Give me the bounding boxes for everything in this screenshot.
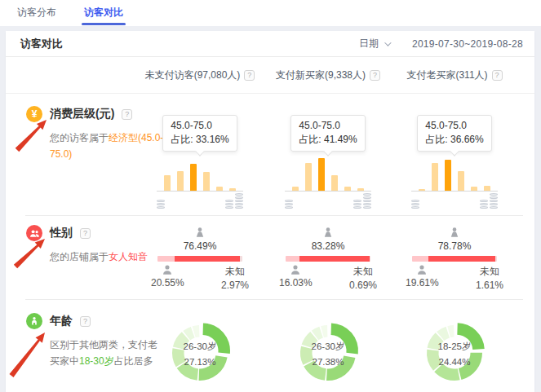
gender-ratio-bar[interactable] [286,256,370,262]
bar[interactable] [458,171,464,191]
help-icon[interactable]: ? [80,316,91,327]
bar[interactable] [203,172,210,191]
gender-ratio-bar[interactable] [157,256,242,262]
male-icon [151,265,184,276]
male-segment [157,256,175,262]
age-donut[interactable]: 26-30岁27.38% [291,316,365,390]
axis-baseline [285,191,371,192]
bar[interactable] [177,171,184,191]
coin-stack-icon [490,193,498,209]
bar[interactable] [432,163,438,191]
bar[interactable] [229,188,236,191]
coin-icon [363,200,371,202]
female-percentage: 76.49% [150,240,250,252]
coin-icon [235,193,243,196]
column-header-label: 支付新买家(9,338人) [276,68,366,82]
coin-icon [225,206,233,209]
gender-bottom-labels: 16.03%未知0.69% [279,265,377,293]
bar[interactable] [190,164,197,191]
tooltip-ratio: 占比: 36.66% [425,133,483,147]
gender-label-block: 性别 ? 您的店铺属于女人知音 [6,215,136,299]
row-divider [25,215,523,216]
donut-chart: 18-25岁24.44% [418,299,491,392]
date-dropdown-label: 日期 [359,37,379,51]
gender-bottom-labels: 19.61%未知1.61% [406,265,503,293]
axis-baseline [411,191,498,192]
coin-stack-icon [235,193,243,209]
donut-center-age-range: 26-30岁 [184,341,217,351]
help-icon[interactable]: ? [370,70,380,81]
age-donut[interactable]: 26-30岁27.13% [163,316,237,390]
axis-coins [157,193,243,209]
date-dropdown[interactable]: 日期 [359,37,389,51]
unknown-group: 未知2.97% [221,265,249,293]
chevron-down-icon [384,39,391,46]
coin-stack-icon [353,200,361,209]
bar-chart: 45.0-75.0占比: 41.49% [279,94,377,209]
age-donut[interactable]: 18-25岁24.44% [418,316,491,390]
bar[interactable] [357,188,364,191]
help-icon[interactable]: ? [122,109,132,120]
low-spend-coins-icon [285,200,293,209]
help-icon[interactable]: ? [244,70,255,81]
male-icon [406,265,439,276]
coin-stack-icon [225,200,233,209]
male-segment [412,256,428,262]
bar[interactable] [484,186,490,191]
bar-chart: 45.0-75.0占比: 36.66% [406,94,503,209]
unknown-percentage: 2.97% [221,279,249,293]
coin-stack-icon [285,200,293,209]
male-group: 20.55% [151,265,184,293]
bar[interactable] [164,175,171,191]
female-segment [299,256,370,262]
bar[interactable] [471,187,477,191]
people-icon [26,225,42,241]
consumption-title: 消费层级(元) [50,107,114,121]
panel-header: 访客对比 日期 2019-07-30~2019-08-28 [6,31,534,57]
coin-icon [411,200,419,202]
tab-visitor-comparison[interactable]: 访客对比 [84,2,123,26]
bar[interactable] [318,158,325,191]
coin-icon [480,200,488,202]
coin-icon [490,196,498,199]
consumption-chart-new-buyers: 45.0-75.0占比: 41.49% [264,94,392,215]
coin-icon [225,200,233,202]
bar[interactable] [419,189,425,191]
date-range-value[interactable]: 2019-07-30~2019-08-28 [412,38,523,50]
help-icon[interactable]: ? [80,228,91,239]
gender-ratio-bar[interactable] [412,256,497,262]
gender-chart-unpaid: 76.49%20.55%未知2.97% [136,215,264,299]
tooltip-range: 45.0-75.0 [425,119,483,133]
bars-group [406,156,503,191]
bar[interactable] [216,187,223,191]
bar[interactable] [331,175,338,191]
tab-visitor-distribution[interactable]: 访客分布 [17,2,56,26]
unknown-percentage: 0.69% [349,279,377,293]
bar[interactable] [292,187,299,191]
coin-icon [225,203,233,205]
female-segment [175,256,240,262]
bar[interactable] [344,187,351,191]
consumption-chart-old-buyers: 45.0-75.0占比: 36.66% [392,94,517,215]
high-spend-coins-icon [225,193,243,209]
visitor-comparison-panel: 访客对比 日期 2019-07-30~2019-08-28 未支付访客(97,0… [6,31,534,392]
help-icon[interactable]: ? [492,70,503,81]
coin-stack-icon [480,200,488,209]
coin-icon [411,206,419,209]
coin-icon [157,206,165,209]
coin-stack-icon [411,200,419,209]
coin-icon [363,206,371,209]
coin-icon [411,203,419,205]
column-header-row: 未支付访客(97,080人) ? 支付新买家(9,338人) ? 支付老买家(3… [6,57,534,94]
panel-title: 访客对比 [20,37,359,51]
column-header-old-buyers: 支付老买家(311人) ? [392,68,517,82]
axis-baseline [157,191,243,192]
bar[interactable] [445,160,451,191]
high-spend-coins-icon [353,193,371,209]
unknown-percentage: 1.61% [476,279,503,293]
female-icon [405,227,504,239]
donut-center-percentage: 27.13% [184,357,215,367]
bar-chart: 45.0-75.0占比: 33.16% [151,94,249,209]
bar[interactable] [305,163,312,191]
column-header-label: 支付老买家(311人) [406,68,487,82]
